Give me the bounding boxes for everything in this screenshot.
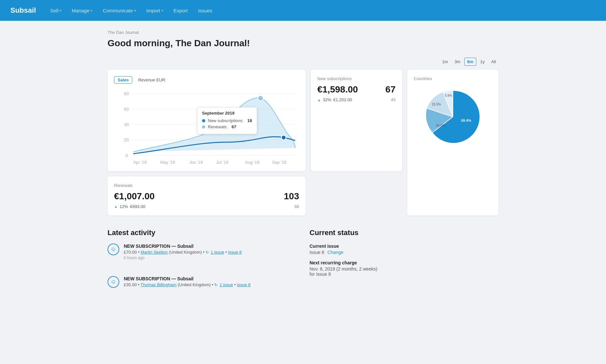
brand-logo[interactable]: Subsail bbox=[10, 6, 36, 15]
chart-sub-dot bbox=[281, 135, 286, 140]
current-issue-label: Current issue bbox=[310, 244, 498, 249]
new-subs-metric-row: €1,598.00 67 bbox=[317, 84, 396, 95]
renewals-title: Renewals bbox=[114, 183, 299, 188]
activity-detail-0: £70.00 • Martin Skelton (United Kingdom)… bbox=[124, 250, 242, 255]
activity-person-link-0[interactable]: Martin Skelton bbox=[141, 250, 168, 255]
new-subs-title: New subscriptions bbox=[317, 76, 396, 81]
arrow-up-icon: ▲ bbox=[317, 98, 321, 102]
time-btn-all[interactable]: All bbox=[489, 58, 498, 65]
breadcrumb: The Dan Journal bbox=[108, 30, 498, 35]
activity-issue-label-1[interactable]: 1 issue bbox=[220, 282, 233, 287]
chevron-down-icon: ▾ bbox=[60, 9, 61, 12]
svg-text:Jun '19: Jun '19 bbox=[189, 160, 203, 165]
latest-activity-title: Latest activity bbox=[108, 229, 296, 237]
change-link[interactable]: Change bbox=[327, 250, 343, 255]
nav-import[interactable]: Import ▾ bbox=[142, 5, 167, 16]
tooltip-item-renewals: Renewals: 67 bbox=[202, 124, 252, 129]
svg-text:5.9%: 5.9% bbox=[445, 94, 452, 97]
current-issue-block: Current issue Issue 8 Change bbox=[310, 244, 498, 255]
refresh-icon-1: ↻ bbox=[214, 283, 218, 287]
next-charge-block: Next recurring charge Nov. 8, 2019 (2 mo… bbox=[310, 260, 498, 277]
nav-sell[interactable]: Sell ▾ bbox=[46, 5, 65, 16]
svg-text:Jul '19: Jul '19 bbox=[216, 160, 228, 165]
renewals-count: 103 bbox=[284, 191, 299, 202]
time-btn-1m[interactable]: 1m bbox=[440, 58, 451, 65]
tooltip-dot-subs bbox=[202, 119, 205, 122]
activity-content-1: NEW SUBSCRIPTION — Subsail £35.00 • Thom… bbox=[124, 276, 251, 288]
svg-text:Sep '19: Sep '19 bbox=[272, 160, 286, 165]
chart-peak-dot bbox=[258, 95, 263, 101]
renewals-sub: ▲ 12% €893.00 88 bbox=[114, 204, 299, 209]
renewals-metric-row: €1,007.00 103 bbox=[114, 191, 299, 202]
nav-export[interactable]: Export bbox=[170, 5, 192, 16]
svg-text:20: 20 bbox=[124, 137, 129, 142]
current-issue-value: Issue 8 Change bbox=[310, 250, 498, 255]
activity-icon-1: ☺ bbox=[108, 276, 119, 288]
activity-title-0: NEW SUBSCRIPTION — Subsail bbox=[124, 244, 242, 249]
bottom-section: Latest activity ☺ NEW SUBSCRIPTION — Sub… bbox=[108, 229, 498, 304]
renewals-card: Renewals €1,007.00 103 ▲ 12% €893.00 88 bbox=[108, 176, 306, 216]
svg-text:Aug '19: Aug '19 bbox=[245, 160, 259, 165]
chart-card: Sales Revenue EUR 80 60 40 20 0 bbox=[108, 70, 306, 171]
activity-item-0: ☺ NEW SUBSCRIPTION — Subsail £70.00 • Ma… bbox=[108, 244, 296, 268]
activity-detail-1: £35.00 • Thomas Billingham (United Kingd… bbox=[124, 282, 251, 287]
chart-tab-sales[interactable]: Sales bbox=[114, 76, 132, 84]
new-subs-sub: ▲ 32% €1,202.00 45 bbox=[317, 97, 396, 102]
svg-text:0: 0 bbox=[126, 153, 128, 158]
time-btn-3m[interactable]: 3m bbox=[452, 58, 463, 65]
chart-tabs: Sales Revenue EUR bbox=[114, 76, 299, 84]
activity-title-1: NEW SUBSCRIPTION — Subsail bbox=[124, 276, 251, 281]
activity-time-0: 6 hours ago bbox=[124, 256, 242, 260]
main-content: The Dan Journal Good morning, The Dan Jo… bbox=[94, 21, 512, 317]
activity-issue-link-0[interactable]: Issue 8 bbox=[228, 250, 242, 255]
countries-title: Countries bbox=[414, 76, 492, 81]
svg-text:May '19: May '19 bbox=[160, 160, 175, 165]
time-btn-1y[interactable]: 1y bbox=[478, 58, 487, 65]
svg-text:15.5%: 15.5% bbox=[432, 103, 441, 106]
svg-text:59.4%: 59.4% bbox=[461, 119, 471, 122]
svg-text:Apr '19: Apr '19 bbox=[133, 160, 147, 165]
refresh-icon-0: ↻ bbox=[206, 250, 209, 255]
chart-wrapper: 80 60 40 20 0 bbox=[114, 88, 299, 167]
new-subs-value: €1,598.00 bbox=[317, 84, 358, 95]
chart-tooltip: September 2019 New subscriptions: 18 Ren… bbox=[197, 107, 257, 134]
dashboard-grid: Sales Revenue EUR 80 60 40 20 0 bbox=[108, 70, 498, 216]
activity-person-link-1[interactable]: Thomas Billingham bbox=[140, 282, 177, 287]
nav-manage[interactable]: Manage ▾ bbox=[68, 5, 96, 16]
pie-chart-svg: 59.4% 16.6% 15.5% 5.9% bbox=[424, 88, 482, 146]
navbar: Subsail Sell ▾ Manage ▾ Communicate ▾ Im… bbox=[0, 0, 606, 21]
time-btn-6m[interactable]: 6m bbox=[464, 58, 476, 66]
svg-text:16.6%: 16.6% bbox=[436, 124, 445, 127]
chevron-down-icon: ▾ bbox=[134, 9, 136, 12]
renewals-value: €1,007.00 bbox=[114, 191, 155, 202]
chevron-down-icon: ▾ bbox=[162, 9, 163, 12]
svg-text:60: 60 bbox=[124, 107, 129, 112]
nav-communicate[interactable]: Communicate ▾ bbox=[99, 5, 140, 16]
new-subs-count: 67 bbox=[385, 84, 396, 95]
activity-content-0: NEW SUBSCRIPTION — Subsail £70.00 • Mart… bbox=[124, 244, 242, 260]
new-subscriptions-card: New subscriptions €1,598.00 67 ▲ 32% €1,… bbox=[311, 70, 402, 171]
tooltip-item-subs: New subscriptions: 18 bbox=[202, 118, 252, 123]
nav-issues[interactable]: Issues bbox=[194, 5, 216, 16]
tooltip-title: September 2019 bbox=[202, 111, 252, 116]
activity-issue-label-0[interactable]: 1 issue bbox=[211, 250, 224, 255]
current-status-section: Current status Current issue Issue 8 Cha… bbox=[310, 229, 498, 304]
activity-issue-link-1[interactable]: Issue 8 bbox=[237, 282, 251, 287]
chevron-down-icon: ▾ bbox=[91, 9, 92, 12]
tooltip-dot-renewals bbox=[202, 125, 205, 129]
pie-container: 59.4% 16.6% 15.5% 5.9% bbox=[414, 84, 492, 149]
page-title: Good morning, The Dan Journal! bbox=[108, 38, 498, 49]
svg-text:40: 40 bbox=[124, 122, 129, 127]
chart-tab-revenue[interactable]: Revenue EUR bbox=[135, 77, 168, 83]
latest-activity-section: Latest activity ☺ NEW SUBSCRIPTION — Sub… bbox=[108, 229, 296, 304]
time-filter: 1m 3m 6m 1y All bbox=[108, 58, 498, 66]
next-charge-value: Nov. 8, 2019 (2 months, 2 weeks) for Iss… bbox=[310, 266, 498, 277]
countries-card: Countries bbox=[407, 70, 498, 216]
arrow-up-icon-2: ▲ bbox=[114, 204, 118, 208]
current-status-title: Current status bbox=[310, 229, 498, 237]
next-charge-label: Next recurring charge bbox=[310, 260, 498, 265]
activity-icon-0: ☺ bbox=[108, 244, 119, 255]
svg-text:80: 80 bbox=[124, 91, 129, 96]
activity-item-1: ☺ NEW SUBSCRIPTION — Subsail £35.00 • Th… bbox=[108, 276, 296, 296]
